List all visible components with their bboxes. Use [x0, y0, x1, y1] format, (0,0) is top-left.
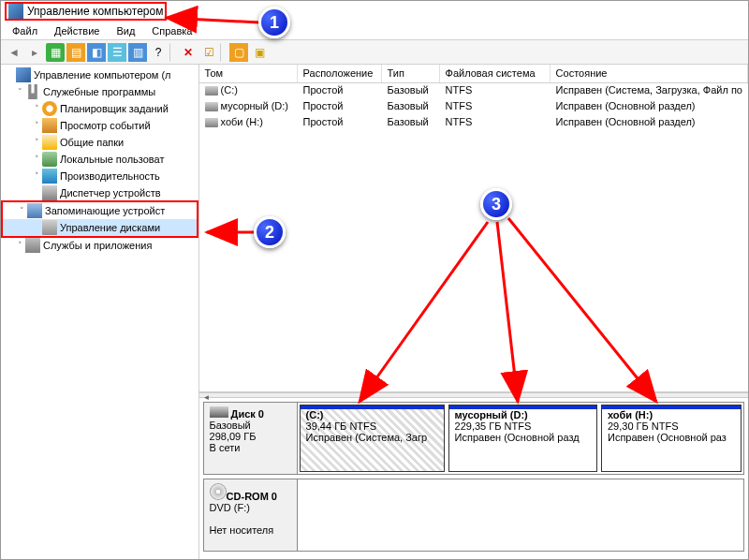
- folder-icon: [42, 135, 57, 150]
- computer-icon: [16, 67, 31, 82]
- tree-scheduler[interactable]: ˃Планировщик заданий: [1, 100, 198, 117]
- partition-h[interactable]: хоби (H:) 29,30 ГБ NTFS Исправен (Основн…: [601, 405, 742, 472]
- volume-row[interactable]: хоби (H:) Простой Базовый NTFS Исправен …: [199, 115, 748, 131]
- callout-3: 3: [480, 188, 512, 220]
- help-button[interactable]: ?: [149, 43, 168, 62]
- disk-row[interactable]: Диск 0 Базовый 298,09 ГБ В сети (C:) 39,…: [203, 402, 744, 475]
- tree-users[interactable]: ˃Локальные пользоват: [1, 151, 198, 168]
- toolbar-btn-2[interactable]: ▤: [66, 43, 85, 62]
- callout-2: 2: [254, 216, 286, 248]
- back-button[interactable]: ◄: [5, 43, 23, 62]
- col-filesystem[interactable]: Файловая система: [440, 65, 551, 82]
- volume-row[interactable]: мусорный (D:) Простой Базовый NTFS Испра…: [199, 99, 748, 115]
- volume-icon: [205, 118, 218, 127]
- partition-d[interactable]: мусорный (D:) 229,35 ГБ NTFS Исправен (О…: [448, 405, 597, 472]
- toolbar-btn-1[interactable]: ▦: [46, 43, 65, 62]
- toolbar-btn-4[interactable]: ☰: [108, 43, 126, 62]
- title-bar: Управление компьютером: [1, 1, 748, 22]
- menu-file[interactable]: Файл: [5, 23, 45, 38]
- partition-c[interactable]: (C:) 39,44 ГБ NTFS Исправен (Система, За…: [300, 405, 445, 472]
- tree-shared[interactable]: ˃Общие папки: [1, 134, 198, 151]
- tree-device-manager[interactable]: Диспетчер устройств: [1, 184, 198, 201]
- tree-services[interactable]: ˃Службы и приложения: [1, 237, 198, 254]
- clock-icon: [42, 101, 57, 116]
- separator: [169, 43, 177, 62]
- tools-icon: [25, 84, 40, 99]
- tree-disk-management[interactable]: Управление дисками: [3, 219, 197, 236]
- col-layout[interactable]: Расположение: [298, 65, 382, 82]
- tree-events[interactable]: ˃Просмотр событий: [1, 117, 198, 134]
- callout-1: 1: [258, 7, 290, 38]
- performance-icon: [42, 169, 57, 184]
- toolbar-btn-3[interactable]: ◧: [87, 43, 106, 62]
- col-type[interactable]: Тип: [382, 65, 440, 82]
- tree-storage[interactable]: ˅Запоминающие устройст: [3, 202, 197, 219]
- menu-bar: Файл Действие Вид Справка: [1, 22, 748, 40]
- volume-icon: [205, 86, 218, 96]
- services-icon: [25, 238, 40, 253]
- device-icon: [42, 185, 57, 200]
- event-icon: [42, 118, 57, 133]
- navigation-tree[interactable]: Управление компьютером (л ˅Служебные про…: [1, 65, 199, 559]
- forward-button[interactable]: ▸: [25, 43, 44, 62]
- delete-button[interactable]: ✕: [179, 43, 198, 62]
- main-panel: Том Расположение Тип Файловая система Со…: [199, 65, 748, 559]
- users-icon: [42, 152, 57, 167]
- disk-graphical-view: Диск 0 Базовый 298,09 ГБ В сети (C:) 39,…: [199, 398, 748, 559]
- storage-icon: [27, 203, 42, 218]
- col-status[interactable]: Состояние: [551, 65, 748, 82]
- tree-system-tools[interactable]: ˅Служебные программы: [1, 83, 198, 100]
- toolbar-btn-7[interactable]: ▢: [229, 43, 248, 62]
- volume-list-header: Том Расположение Тип Файловая система Со…: [199, 65, 748, 83]
- tree-performance[interactable]: ˃Производительность: [1, 168, 198, 184]
- app-icon: [8, 4, 23, 19]
- disk-info: Диск 0 Базовый 298,09 ГБ В сети: [204, 403, 298, 474]
- cdrom-row[interactable]: CD-ROM 0 DVD (F:) Нет носителя: [203, 479, 744, 552]
- menu-action[interactable]: Действие: [47, 23, 107, 38]
- window-title: Управление компьютером: [27, 5, 163, 18]
- toolbar-btn-8[interactable]: ▣: [250, 43, 269, 62]
- toolbar-btn-6[interactable]: ☑: [199, 43, 218, 62]
- volume-list[interactable]: (C:) Простой Базовый NTFS Исправен (Сист…: [199, 83, 748, 131]
- toolbar-btn-5[interactable]: ▥: [128, 43, 147, 62]
- toolbar: ◄ ▸ ▦ ▤ ◧ ☰ ▥ ? ✕ ☑ ▢ ▣: [1, 40, 748, 65]
- volume-icon: [205, 102, 218, 111]
- cd-icon: [210, 483, 227, 500]
- separator: [220, 43, 228, 62]
- disk-icon: [210, 406, 228, 418]
- volume-row[interactable]: (C:) Простой Базовый NTFS Исправен (Сист…: [199, 83, 748, 99]
- menu-view[interactable]: Вид: [109, 23, 142, 38]
- col-volume[interactable]: Том: [199, 65, 298, 82]
- menu-help[interactable]: Справка: [144, 23, 199, 38]
- tree-root[interactable]: Управление компьютером (л: [1, 66, 198, 83]
- cdrom-info: CD-ROM 0 DVD (F:) Нет носителя: [204, 479, 298, 551]
- disk-icon: [42, 220, 57, 235]
